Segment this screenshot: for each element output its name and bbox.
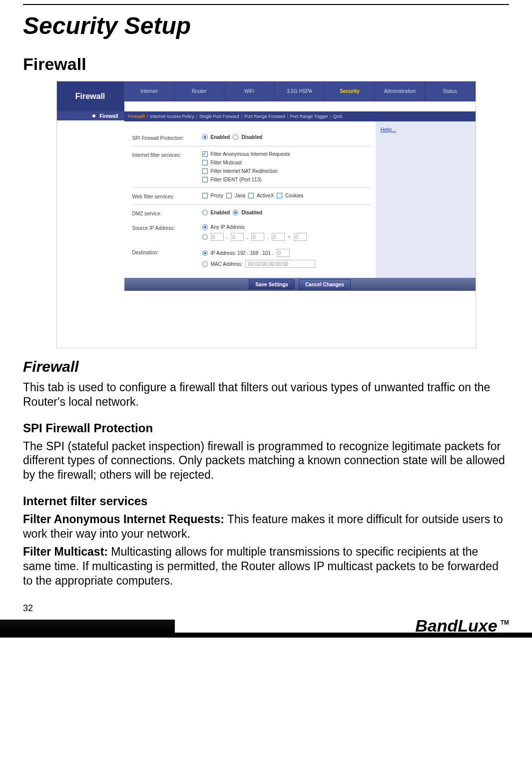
chk-proxy-label: Proxy — [211, 193, 224, 198]
radio-spi-disabled-label: Disabled — [241, 134, 262, 140]
heading-spi: SPI Firewall Protection — [23, 421, 509, 435]
tab-status[interactable]: Status — [425, 81, 475, 101]
help-link[interactable]: Help... — [381, 126, 397, 132]
heading-internet-filter-services: Internet filter services — [23, 494, 509, 508]
sidebar-title: Firewall — [57, 81, 124, 111]
label-destination: Destination: — [132, 249, 202, 255]
label-web-filter-services: Web filter services: — [132, 193, 202, 199]
radio-spi-enabled-label: Enabled — [211, 134, 230, 140]
chk-java[interactable] — [226, 193, 232, 198]
trademark-symbol: TM — [501, 619, 509, 626]
subheading-firewall: Firewall — [23, 358, 509, 375]
paragraph-fmc-label: Filter Multicast: — [23, 545, 108, 558]
form-column: SPI Firewall Protection: Enabled Disable… — [124, 121, 376, 278]
subtab-firewall[interactable]: Firewall — [128, 114, 145, 119]
tab-security[interactable]: Security — [325, 81, 375, 101]
tab-internet[interactable]: Internet — [124, 81, 174, 101]
sidebar-sub-label: Firewall — [99, 113, 118, 119]
footer: BandLuxe TM — [0, 620, 532, 638]
label-dmz-service: DMZ service: — [132, 210, 202, 216]
label-source-ip: Source IP Address: — [132, 224, 202, 231]
input-src-ip-3[interactable]: 0 — [251, 233, 264, 241]
radio-src-anyip-label: Any IP Address — [211, 224, 245, 230]
footer-black-bar — [0, 620, 175, 633]
chk-cookies[interactable] — [277, 193, 282, 198]
chk-filter-nat-label: Filter Internet NAT Redirection — [211, 168, 278, 174]
input-dst-mac[interactable]: 00:00:00:00:00:00 — [245, 260, 315, 268]
paragraph-fair: Filter Anonymous Internet Requests: This… — [23, 512, 509, 541]
radio-dmz-disabled[interactable] — [233, 210, 238, 215]
chk-java-label: Java — [235, 193, 245, 198]
chk-filter-multicast[interactable] — [202, 160, 208, 165]
chk-activex-label: ActiveX — [257, 193, 274, 198]
input-src-ip-4[interactable]: 0 — [272, 233, 285, 241]
label-spi-firewall: SPI Firewall Protection: — [132, 134, 202, 141]
radio-dst-ip-label: IP Address: 192 . 168 . 101 . — [211, 250, 274, 256]
subtab-single-port-forward[interactable]: Single Port Forward — [199, 114, 239, 119]
page-number: 32 — [23, 603, 509, 614]
button-bar: Save Settings Cancel Changes — [124, 278, 476, 291]
range-dash: ~ — [288, 234, 291, 240]
chk-filter-anon-label: Filter Anonymous Internet Requests — [211, 151, 290, 157]
subtab-port-range-trigger[interactable]: Port Range Trigger — [290, 114, 328, 119]
tab-router[interactable]: Router — [174, 81, 224, 101]
section-heading-firewall: Firewall — [23, 54, 509, 74]
input-dst-ip-last[interactable]: 0 — [277, 249, 290, 257]
tab-administration[interactable]: Administration — [375, 81, 425, 101]
paragraph-spi: The SPI (stateful packet inspection) fir… — [23, 439, 509, 482]
radio-dst-mac[interactable] — [202, 261, 208, 267]
chk-filter-nat[interactable] — [202, 168, 208, 174]
top-rule — [23, 4, 509, 5]
radio-dst-ip[interactable] — [202, 250, 208, 256]
sidebar: Firewall — [57, 81, 124, 111]
input-src-ip-5[interactable]: 0 — [294, 233, 307, 241]
help-panel: Help... — [376, 121, 476, 278]
subtab-port-range-forward[interactable]: Port Range Forward — [244, 114, 285, 119]
save-button[interactable]: Save Settings — [249, 279, 295, 289]
chk-filter-ident-label: Filter IDENT (Port 113) — [211, 177, 262, 182]
label-internet-filter-services: Internet filter services: — [132, 151, 202, 158]
radio-src-anyip[interactable] — [202, 224, 208, 230]
paragraph-fair-label: Filter Anonymous Internet Requests: — [23, 513, 224, 526]
bullet-icon — [92, 114, 95, 117]
sub-tabs: Firewall / Internet Access Policy / Sing… — [124, 111, 476, 121]
radio-dmz-enabled-label: Enabled — [211, 210, 230, 215]
chk-cookies-label: Cookies — [285, 193, 303, 198]
subtab-qos[interactable]: QoS — [333, 114, 342, 119]
brand-text: BandLuxe — [415, 616, 497, 636]
chk-proxy[interactable] — [202, 193, 208, 198]
radio-dmz-enabled[interactable] — [202, 210, 208, 215]
input-src-ip-1[interactable]: 0 — [211, 233, 224, 241]
subtab-internet-access-policy[interactable]: Internet Access Policy — [150, 114, 194, 119]
paragraph-fmc: Filter Multicast: Multicasting allows fo… — [23, 545, 509, 588]
chk-filter-ident[interactable] — [202, 177, 208, 182]
brand-logo: BandLuxe TM — [415, 616, 509, 636]
chk-activex[interactable] — [248, 193, 254, 198]
screenshot-container: Firewall Internet Router WiFi 3.5G HSPA … — [23, 81, 509, 348]
radio-spi-enabled[interactable] — [202, 134, 208, 140]
tab-3-5g-hspa[interactable]: 3.5G HSPA — [275, 81, 325, 101]
tab-wifi[interactable]: WiFi — [224, 81, 274, 101]
cancel-button[interactable]: Cancel Changes — [299, 279, 351, 289]
radio-src-range[interactable] — [202, 234, 208, 240]
chk-filter-anon[interactable] — [202, 151, 208, 157]
page-title: Security Setup — [23, 12, 509, 39]
top-tabs: Internet Router WiFi 3.5G HSPA Security … — [124, 81, 476, 101]
radio-spi-disabled[interactable] — [233, 134, 238, 140]
paragraph-intro: This tab is used to configure a firewall… — [23, 380, 509, 409]
input-src-ip-2[interactable]: 0 — [231, 233, 244, 241]
radio-dst-mac-label: MAC Address: — [211, 261, 243, 267]
sidebar-subitem-firewall[interactable]: Firewall — [57, 111, 124, 120]
chk-filter-multicast-label: Filter Muticast — [211, 160, 242, 165]
radio-dmz-disabled-label: Disabled — [241, 210, 262, 215]
router-admin-screenshot: Firewall Internet Router WiFi 3.5G HSPA … — [56, 81, 476, 348]
